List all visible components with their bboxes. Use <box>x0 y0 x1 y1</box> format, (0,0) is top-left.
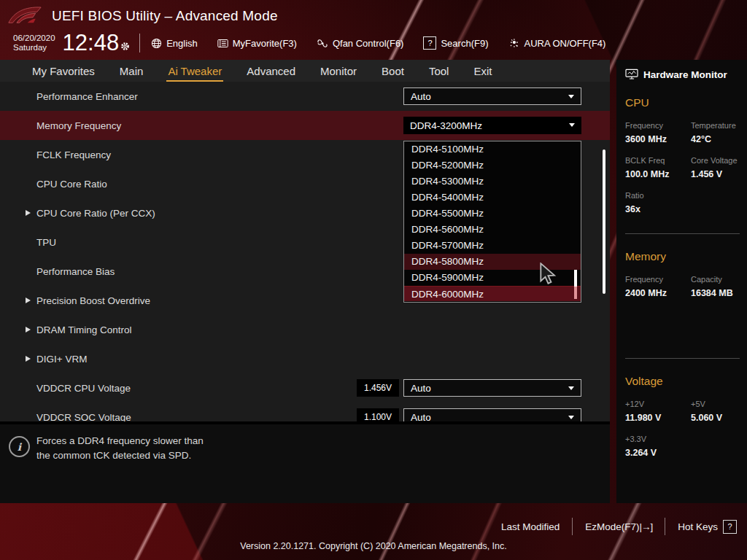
date-value: 06/20/2020 <box>13 34 55 43</box>
memory-capacity: Capacity16384 MB <box>691 275 747 298</box>
submenu-arrow-icon <box>26 327 31 332</box>
globe-icon <box>151 38 162 49</box>
cpu-temperature: Temperature42°C <box>691 121 747 144</box>
setting-row-vddcr-cpu-voltage[interactable]: VDDCR CPU Voltage 1.456V Auto <box>0 373 610 402</box>
cpu-section: Frequency3600 MHz Temperature42°C BCLK F… <box>625 121 747 214</box>
voltage-5v: +5V5.060 V <box>691 400 747 423</box>
footer-divider <box>572 518 573 535</box>
main-scrollbar[interactable] <box>603 149 605 294</box>
date-display[interactable]: 06/20/2020 Saturday <box>13 34 55 52</box>
cpu-ratio: Ratio36x <box>625 191 691 214</box>
monitor-icon <box>625 69 638 80</box>
dropdown-option-selected[interactable]: DDR4-6000MHz <box>404 286 581 301</box>
tab-exit[interactable]: Exit <box>472 65 493 82</box>
qfan-button[interactable]: Qfan Control(F6) <box>317 38 404 49</box>
aura-label: AURA ON/OFF(F4) <box>524 38 605 49</box>
setting-label: DIGI+ VRM <box>36 354 87 365</box>
voltage-section-title: Voltage <box>625 375 747 388</box>
cpu-bclk: BCLK Freq100.0 MHz <box>625 156 691 179</box>
setting-row-performance-enhancer[interactable]: Performance Enhancer Auto <box>0 82 610 111</box>
settings-panel: Performance Enhancer Auto Memory Frequen… <box>0 82 610 424</box>
setting-label: CPU Core Ratio <box>36 179 107 190</box>
aura-button[interactable]: AURA ON/OFF(F4) <box>508 37 605 49</box>
memory-section: Frequency2400 MHz Capacity16384 MB <box>625 275 747 298</box>
myfavorite-label: MyFavorite(F3) <box>233 38 297 49</box>
dropdown-option[interactable]: DDR4-5100MHz <box>404 141 581 158</box>
chevron-down-icon <box>568 95 574 98</box>
qfan-label: Qfan Control(F6) <box>333 38 404 49</box>
ezmode-exit-icon: |→] <box>639 521 652 532</box>
hardware-monitor-panel: Hardware Monitor CPU Frequency3600 MHz T… <box>616 60 747 503</box>
help-panel: i Forces a DDR4 frequency slower than th… <box>0 421 610 503</box>
ezmode-button[interactable]: EzMode(F7)|→] <box>585 521 652 532</box>
version-text: Version 2.20.1271. Copyright (C) 2020 Am… <box>0 541 747 551</box>
setting-row-memory-frequency[interactable]: Memory Frequency DDR4-3200MHz <box>0 111 610 140</box>
dropdown-option[interactable]: DDR4-5200MHz <box>404 158 581 174</box>
dropdown-option[interactable]: DDR4-5700MHz <box>404 238 581 254</box>
time-value: 12:48 <box>63 31 120 54</box>
tab-advanced[interactable]: Advanced <box>245 65 297 82</box>
myfavorite-button[interactable]: MyFavorite(F3) <box>217 38 297 49</box>
tab-my-favorites[interactable]: My Favorites <box>31 65 96 82</box>
tab-ai-tweaker[interactable]: Ai Tweaker <box>166 65 223 82</box>
dropdown-option[interactable]: DDR4-5300MHz <box>404 174 581 190</box>
question-icon: ? <box>723 520 737 534</box>
setting-label: FCLK Frequency <box>36 149 111 160</box>
setting-label: Performance Enhancer <box>36 91 138 102</box>
rog-logo-icon <box>7 4 42 28</box>
submenu-arrow-icon <box>26 210 31 216</box>
memory-section-title: Memory <box>625 250 747 263</box>
section-divider <box>625 358 740 359</box>
last-modified-button[interactable]: Last Modified <box>501 521 560 532</box>
setting-label: Memory Frequency <box>36 120 121 131</box>
setting-label: Precision Boost Overdrive <box>36 295 150 306</box>
help-text: Forces a DDR4 frequency slower than the … <box>36 434 204 463</box>
tab-main[interactable]: Main <box>118 65 145 82</box>
qfan-icon <box>317 38 328 49</box>
vddcr-cpu-voltage-select[interactable]: Auto <box>403 379 581 397</box>
myfavorite-icon <box>217 39 228 48</box>
cpu-section-title: CPU <box>625 96 747 109</box>
language-button[interactable]: English <box>151 38 198 49</box>
hardware-monitor-header: Hardware Monitor <box>625 69 747 80</box>
setting-label: VDDCR CPU Voltage <box>36 383 131 394</box>
setting-row-digi-vrm[interactable]: DIGI+ VRM <box>0 344 610 373</box>
header-divider <box>139 34 140 52</box>
voltage-3v3: +3.3V3.264 V <box>625 435 691 458</box>
select-value: Auto <box>411 383 431 394</box>
tab-monitor[interactable]: Monitor <box>319 65 358 82</box>
tab-boot[interactable]: Boot <box>380 65 406 82</box>
dropdown-option[interactable]: DDR4-5400MHz <box>404 190 581 206</box>
setting-label: Performance Bias <box>36 266 115 277</box>
search-icon: ? <box>423 36 436 50</box>
tab-tool[interactable]: Tool <box>427 65 451 82</box>
mouse-cursor <box>538 262 559 286</box>
memory-frequency: Frequency2400 MHz <box>625 275 691 298</box>
setting-label: TPU <box>36 237 56 248</box>
dropdown-scrollbar-track[interactable] <box>574 287 577 299</box>
performance-enhancer-select[interactable]: Auto <box>403 88 581 105</box>
dropdown-scrollbar-thumb[interactable] <box>574 270 577 287</box>
setting-row-dram-timing-control[interactable]: DRAM Timing Control <box>0 315 610 344</box>
dropdown-scrollbar[interactable] <box>574 270 577 299</box>
footer-divider <box>665 518 665 535</box>
vddcr-cpu-voltage-value: 1.456V <box>357 379 399 397</box>
dropdown-option[interactable]: DDR4-5600MHz <box>404 222 581 238</box>
setting-label: CPU Core Ratio (Per CCX) <box>36 208 155 219</box>
cpu-frequency: Frequency3600 MHz <box>625 121 691 144</box>
hardware-monitor-title: Hardware Monitor <box>643 69 727 80</box>
select-value: Auto <box>411 91 431 102</box>
voltage-section: +12V11.980 V +5V5.060 V +3.3V3.264 V <box>625 400 747 458</box>
hotkeys-button[interactable]: Hot Keys? <box>678 520 737 534</box>
gear-icon[interactable] <box>120 32 130 55</box>
chevron-down-icon <box>568 386 574 390</box>
submenu-arrow-icon <box>26 298 31 303</box>
search-button[interactable]: ? Search(F9) <box>423 36 488 50</box>
dropdown-option[interactable]: DDR4-5500MHz <box>404 206 581 222</box>
time-display[interactable]: 12:48 <box>63 31 131 55</box>
cpu-core-voltage: Core Voltage1.456 V <box>691 156 747 179</box>
search-label: Search(F9) <box>441 38 488 49</box>
app-title: UEFI BIOS Utility – Advanced Mode <box>52 8 278 24</box>
bios-window: UEFI BIOS Utility – Advanced Mode 06/20/… <box>0 0 747 560</box>
memory-frequency-select[interactable]: DDR4-3200MHz <box>403 117 581 134</box>
